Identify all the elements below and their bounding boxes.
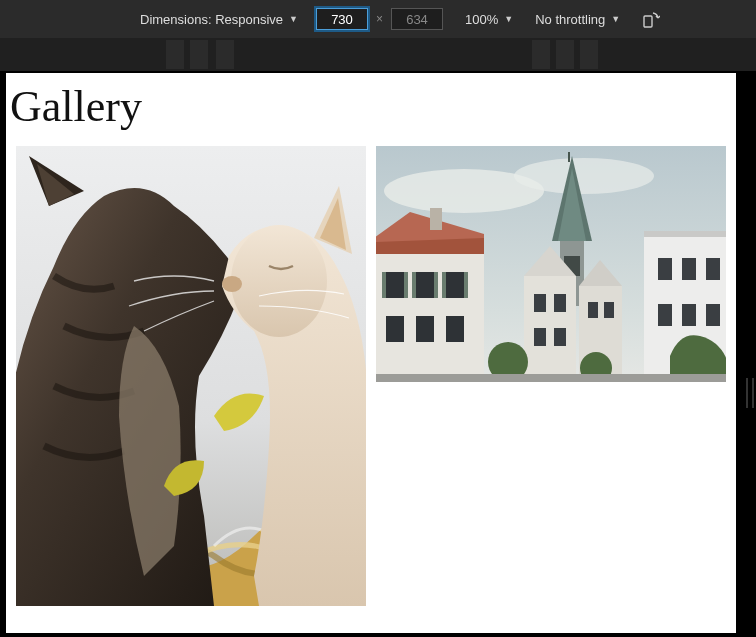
svg-rect-33: [386, 272, 404, 298]
svg-rect-38: [446, 316, 464, 342]
svg-rect-45: [430, 208, 442, 230]
svg-rect-23: [554, 294, 566, 312]
svg-rect-25: [554, 328, 566, 346]
svg-rect-37: [416, 316, 434, 342]
svg-rect-35: [446, 272, 464, 298]
chevron-down-icon: ▼: [504, 14, 513, 24]
svg-rect-13: [682, 304, 696, 326]
gallery-grid: [6, 142, 736, 610]
svg-rect-22: [534, 294, 546, 312]
svg-rect-24: [534, 328, 546, 346]
svg-rect-36: [386, 316, 404, 342]
breakpoint-marker[interactable]: [216, 40, 234, 69]
svg-rect-42: [434, 272, 438, 298]
svg-rect-28: [588, 302, 598, 318]
svg-rect-40: [404, 272, 408, 298]
size-inputs: ×: [316, 8, 443, 30]
breakpoint-marker[interactable]: [166, 40, 184, 69]
breakpoints-bar: [0, 38, 756, 71]
gallery-image-town[interactable]: [376, 146, 726, 382]
resize-handle-icon[interactable]: [746, 378, 754, 408]
svg-rect-43: [442, 272, 446, 298]
svg-rect-14: [706, 304, 720, 326]
breakpoint-marker[interactable]: [532, 40, 550, 69]
zoom-picker[interactable]: 100% ▼: [465, 12, 513, 27]
svg-rect-29: [604, 302, 614, 318]
page-viewport: Gallery: [6, 73, 736, 633]
device-toolbar: Dimensions: Responsive ▼ × 100% ▼ No thr…: [0, 0, 756, 38]
height-input[interactable]: [391, 8, 443, 30]
dimensions-label: Dimensions: Responsive: [140, 12, 283, 27]
svg-rect-18: [568, 152, 570, 162]
svg-rect-0: [644, 16, 652, 27]
chevron-down-icon: ▼: [611, 14, 620, 24]
svg-rect-11: [706, 258, 720, 280]
svg-rect-12: [658, 304, 672, 326]
svg-point-2: [231, 225, 327, 337]
svg-point-6: [514, 158, 654, 194]
throttling-label: No throttling: [535, 12, 605, 27]
svg-point-3: [222, 276, 242, 292]
svg-rect-41: [412, 272, 416, 298]
breakpoint-marker[interactable]: [580, 40, 598, 69]
svg-rect-10: [682, 258, 696, 280]
throttling-picker[interactable]: No throttling ▼: [535, 12, 620, 27]
rotate-icon[interactable]: [642, 10, 660, 28]
chevron-down-icon: ▼: [289, 14, 298, 24]
times-separator: ×: [372, 12, 387, 26]
page-title: Gallery: [10, 81, 732, 132]
svg-rect-44: [464, 272, 468, 298]
width-input[interactable]: [316, 8, 368, 30]
svg-rect-21: [524, 276, 576, 382]
svg-rect-48: [376, 374, 726, 382]
zoom-label: 100%: [465, 12, 498, 27]
svg-rect-8: [644, 231, 726, 237]
svg-rect-39: [382, 272, 386, 298]
breakpoint-marker[interactable]: [556, 40, 574, 69]
svg-rect-34: [416, 272, 434, 298]
gallery-image-cats[interactable]: [16, 146, 366, 606]
breakpoint-marker[interactable]: [190, 40, 208, 69]
svg-rect-9: [658, 258, 672, 280]
dimensions-picker[interactable]: Dimensions: Responsive ▼: [140, 12, 298, 27]
